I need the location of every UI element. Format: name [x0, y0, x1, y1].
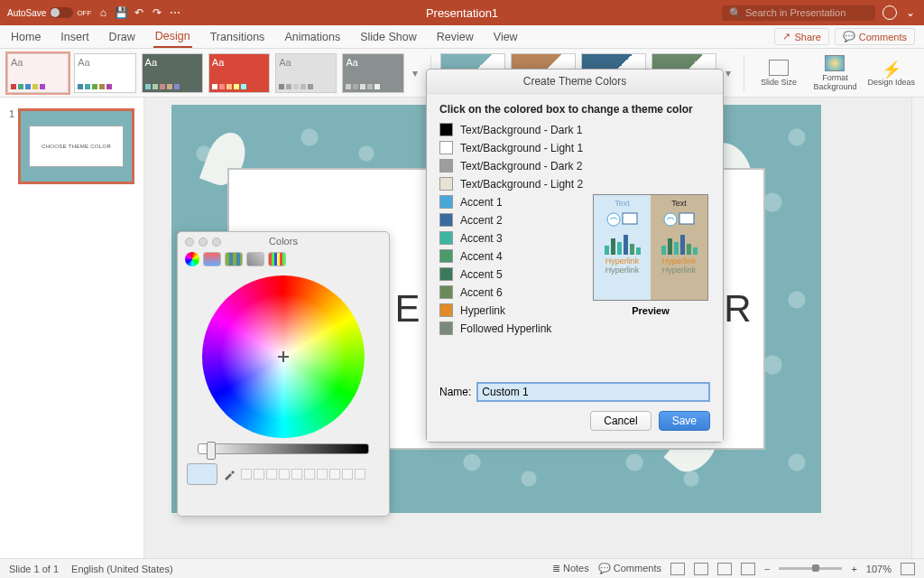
- current-color-swatch[interactable]: [187, 463, 217, 485]
- theme-color-row[interactable]: Accent 2: [439, 213, 583, 227]
- image-tab-icon[interactable]: [246, 252, 264, 266]
- theme-thumb-5[interactable]: Aa: [275, 53, 337, 93]
- search-input[interactable]: 🔍 Search in Presentation: [722, 5, 875, 21]
- color-swatch[interactable]: [439, 303, 453, 317]
- dialog-instruction: Click on the colored box to change a the…: [439, 103, 710, 116]
- color-swatch[interactable]: [439, 322, 453, 335]
- save-icon[interactable]: 💾: [115, 6, 127, 19]
- more-icon[interactable]: ⋯: [169, 6, 181, 19]
- theme-thumb-3[interactable]: Aa: [142, 53, 203, 93]
- tab-home[interactable]: Home: [9, 27, 42, 47]
- svg-point-0: [607, 213, 620, 226]
- dialog-title: Create Theme Colors: [427, 70, 723, 94]
- feedback-icon[interactable]: [882, 5, 897, 20]
- notes-button[interactable]: ≣ Notes: [552, 563, 589, 574]
- save-button[interactable]: Save: [659, 411, 710, 431]
- theme-color-row[interactable]: Hyperlink: [439, 303, 583, 317]
- preview-shape-icon: [605, 210, 641, 228]
- redo-icon[interactable]: ↷: [151, 6, 163, 19]
- language-indicator[interactable]: English (United States): [71, 564, 173, 574]
- theme-thumb-1[interactable]: Aa: [7, 53, 69, 93]
- comments-button[interactable]: 💬 Comments: [598, 563, 661, 574]
- normal-view-icon[interactable]: [670, 563, 685, 575]
- theme-color-row[interactable]: Text/Background - Light 1: [439, 141, 583, 154]
- cancel-button[interactable]: Cancel: [590, 411, 651, 431]
- slide-size-button[interactable]: Slide Size: [753, 60, 804, 87]
- themes-more-icon[interactable]: ▾: [410, 67, 422, 79]
- theme-color-row[interactable]: Accent 6: [439, 285, 583, 299]
- autosave-toggle[interactable]: AutoSave OFF: [7, 7, 91, 18]
- color-swatch[interactable]: [439, 231, 453, 245]
- pencils-tab-icon[interactable]: [268, 252, 286, 266]
- color-swatch[interactable]: [439, 159, 453, 172]
- tab-slideshow[interactable]: Slide Show: [358, 27, 419, 47]
- color-swatch[interactable]: [439, 141, 453, 154]
- tab-insert[interactable]: Insert: [59, 27, 90, 47]
- theme-color-row[interactable]: Text/Background - Dark 1: [439, 123, 583, 136]
- chevron-down-icon[interactable]: ⌄: [904, 6, 917, 19]
- theme-color-row[interactable]: Accent 1: [439, 195, 583, 209]
- theme-thumb-4[interactable]: Aa: [208, 53, 270, 93]
- theme-name-input[interactable]: [476, 382, 710, 402]
- variants-more-icon[interactable]: ▾: [722, 67, 735, 79]
- sliders-tab-icon[interactable]: [203, 252, 221, 266]
- recent-swatches[interactable]: [241, 469, 365, 480]
- color-swatch[interactable]: [439, 177, 453, 191]
- name-label: Name:: [439, 386, 471, 398]
- color-label: Accent 4: [460, 250, 503, 263]
- tab-transitions[interactable]: Transitions: [208, 27, 267, 47]
- zoom-out-icon[interactable]: −: [764, 564, 770, 574]
- zoom-in-icon[interactable]: +: [851, 564, 856, 574]
- sorter-view-icon[interactable]: [694, 563, 708, 575]
- comment-icon: 💬: [843, 31, 855, 42]
- eyedropper-icon[interactable]: [223, 468, 236, 480]
- design-ideas-button[interactable]: ⚡Design Ideas: [866, 60, 917, 87]
- slideshow-view-icon[interactable]: [741, 563, 755, 575]
- theme-color-row[interactable]: Accent 5: [439, 267, 583, 281]
- color-swatch[interactable]: [439, 123, 453, 136]
- theme-color-row[interactable]: Accent 3: [439, 231, 583, 245]
- theme-color-row[interactable]: Text/Background - Dark 2: [439, 159, 583, 172]
- palettes-tab-icon[interactable]: [225, 252, 243, 266]
- theme-color-row[interactable]: Text/Background - Light 2: [439, 177, 583, 191]
- color-swatch[interactable]: [439, 195, 453, 209]
- preview-light: Text Hyperlink Hyperlink: [594, 195, 651, 300]
- color-swatch[interactable]: [439, 249, 453, 263]
- tab-view[interactable]: View: [492, 27, 520, 47]
- colors-picker-panel: Colors: [177, 231, 390, 517]
- slide-thumbnail-1[interactable]: CHOOSE THEME COLOR: [18, 108, 134, 184]
- theme-color-row[interactable]: Followed Hyperlink: [439, 322, 583, 335]
- color-swatch[interactable]: [439, 213, 453, 227]
- wheel-tab-icon[interactable]: [185, 252, 199, 266]
- tab-review[interactable]: Review: [435, 27, 476, 47]
- brightness-slider[interactable]: [198, 443, 369, 454]
- reading-view-icon[interactable]: [717, 563, 732, 575]
- color-swatch[interactable]: [439, 267, 453, 281]
- format-background-button[interactable]: Format Background: [809, 55, 860, 91]
- svg-rect-1: [623, 213, 637, 224]
- preview-shape-icon: [661, 210, 698, 228]
- toggle-icon: [50, 7, 73, 18]
- color-swatch[interactable]: [439, 285, 453, 299]
- zoom-slider[interactable]: [779, 567, 842, 570]
- share-button[interactable]: ↗Share: [774, 28, 828, 45]
- vertical-scrollbar[interactable]: [911, 98, 924, 558]
- tab-draw[interactable]: Draw: [107, 27, 137, 47]
- color-label: Accent 2: [460, 214, 503, 227]
- zoom-value[interactable]: 107%: [866, 564, 892, 574]
- tab-animations[interactable]: Animations: [282, 27, 342, 47]
- theme-thumb-2[interactable]: Aa: [74, 53, 135, 93]
- color-wheel[interactable]: [202, 275, 365, 438]
- comments-button[interactable]: 💬Comments: [835, 28, 915, 45]
- color-label: Text/Background - Light 2: [460, 178, 583, 191]
- fit-view-icon[interactable]: [901, 563, 915, 575]
- home-icon[interactable]: ⌂: [97, 6, 109, 19]
- tab-design[interactable]: Design: [153, 26, 192, 48]
- theme-color-list: Text/Background - Dark 1Text/Background …: [439, 123, 583, 335]
- theme-color-row[interactable]: Accent 4: [439, 249, 583, 263]
- theme-thumb-6[interactable]: Aa: [342, 53, 403, 93]
- colors-panel-title: Colors: [178, 236, 389, 247]
- design-ideas-icon: ⚡: [882, 60, 901, 76]
- crosshair-icon: [278, 351, 289, 362]
- undo-icon[interactable]: ↶: [133, 6, 145, 19]
